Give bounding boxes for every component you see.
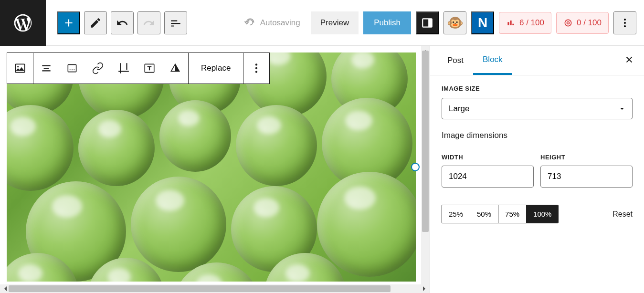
image-size-label: IMAGE SIZE (442, 85, 633, 92)
resize-handle[interactable] (411, 163, 420, 171)
close-sidebar-button[interactable] (624, 54, 634, 68)
svg-point-16 (255, 71, 257, 73)
width-label: WIDTH (442, 154, 534, 161)
svg-point-12 (74, 69, 74, 70)
list-view-button[interactable] (164, 11, 187, 34)
vertical-scrollbar[interactable] (421, 46, 430, 293)
svg-point-3 (567, 21, 570, 24)
content-image (7, 52, 416, 282)
n-plugin-button[interactable]: N (471, 11, 494, 34)
horizontal-scrollbar[interactable] (0, 284, 430, 293)
replace-button[interactable]: Replace (189, 53, 243, 84)
tab-post[interactable]: Post (438, 47, 473, 74)
svg-rect-7 (15, 64, 25, 72)
svg-point-14 (255, 63, 257, 65)
undo-button[interactable] (111, 11, 134, 34)
autosaving-status: Autosaving (238, 17, 306, 29)
caption-button[interactable] (59, 53, 85, 84)
svg-point-5 (624, 22, 626, 24)
svg-rect-1 (428, 19, 432, 27)
svg-point-15 (255, 67, 257, 69)
add-block-button[interactable] (57, 11, 80, 34)
reset-button[interactable]: Reset (612, 210, 633, 219)
svg-point-10 (70, 69, 71, 70)
duotone-button[interactable] (162, 53, 188, 84)
rankmath-icon[interactable]: 🐵 (443, 11, 466, 34)
pct-100-button[interactable]: 100% (527, 205, 558, 223)
svg-point-6 (624, 25, 626, 27)
svg-point-2 (565, 20, 571, 26)
width-input[interactable] (442, 166, 534, 188)
align-button[interactable] (33, 53, 59, 84)
redo-button[interactable] (137, 11, 160, 34)
text-overlay-button[interactable] (137, 53, 162, 84)
tab-block[interactable]: Block (473, 46, 512, 75)
block-toolbar: Replace (7, 52, 270, 84)
editor-canvas[interactable]: Replace (0, 46, 430, 293)
pct-50-button[interactable]: 50% (470, 205, 498, 223)
edit-icon[interactable] (84, 11, 107, 34)
svg-point-11 (72, 69, 73, 70)
block-type-icon[interactable] (7, 53, 33, 84)
pct-75-button[interactable]: 75% (498, 205, 527, 223)
block-options-button[interactable] (243, 53, 269, 84)
seo-score-badge[interactable]: 6 / 100 (499, 12, 551, 34)
publish-button[interactable]: Publish (363, 11, 411, 34)
link-button[interactable] (85, 53, 111, 84)
svg-rect-9 (68, 64, 76, 72)
preview-button[interactable]: Preview (311, 11, 359, 34)
settings-sidebar: Post Block IMAGE SIZE Large Image dimens… (430, 46, 644, 293)
image-block[interactable] (7, 52, 416, 282)
wordpress-logo[interactable] (0, 0, 46, 46)
pct-25-button[interactable]: 25% (442, 205, 470, 223)
crop-button[interactable] (111, 53, 137, 84)
settings-toggle-button[interactable] (416, 11, 439, 34)
readability-score-badge[interactable]: 0 / 100 (556, 12, 609, 34)
options-button[interactable] (613, 11, 636, 34)
image-size-select[interactable]: Large (442, 98, 633, 119)
height-input[interactable] (540, 166, 633, 188)
svg-point-8 (17, 66, 19, 67)
height-label: HEIGHT (540, 154, 633, 161)
image-dimensions-label: Image dimensions (442, 131, 633, 140)
svg-point-4 (624, 19, 626, 21)
percent-buttons: 25% 50% 75% 100% (442, 205, 559, 223)
